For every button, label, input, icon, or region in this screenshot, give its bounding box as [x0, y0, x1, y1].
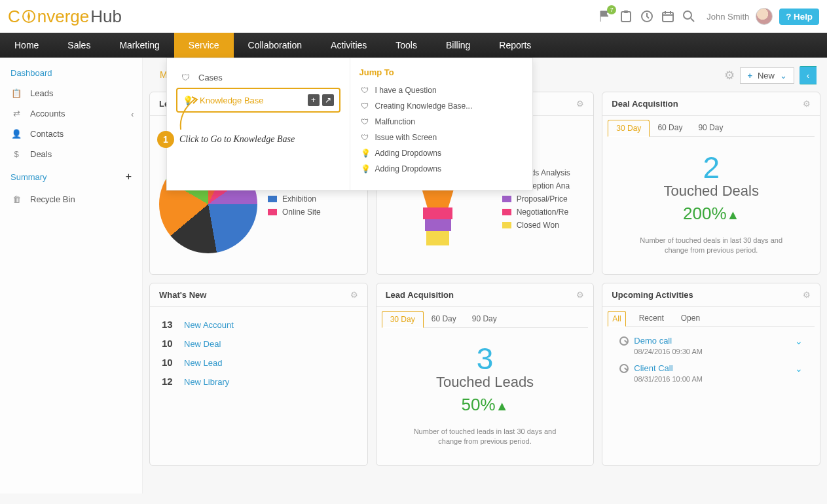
gear-icon[interactable]: ⚙: [350, 290, 358, 300]
sidebar-add-icon[interactable]: +: [126, 171, 132, 183]
page-gear-icon[interactable]: ⚙: [724, 68, 735, 82]
trash-icon: 🗑: [10, 194, 22, 204]
nav-home[interactable]: Home: [0, 33, 53, 58]
top-icons: 7 John Smith ? Help: [598, 8, 819, 25]
content-area: My ⚙ + New ⌄ ‹ 🛡 Cases 💡: [143, 58, 827, 494]
sidebar-item-recycle[interactable]: 🗑 Recycle Bin: [0, 189, 142, 209]
sidebar-item-deals[interactable]: $ Deals: [0, 144, 142, 164]
filter-all[interactable]: All: [608, 311, 625, 327]
nav-billing[interactable]: Billing: [432, 33, 485, 58]
jump-item[interactable]: 🛡Creating Knowledge Base...: [359, 98, 524, 114]
up-arrow-icon: ▲: [727, 207, 740, 222]
mega-item-cases[interactable]: 🛡 Cases: [176, 67, 340, 88]
card-title: Upcoming Activities: [612, 290, 693, 300]
sidebar-item-label: Leads: [30, 88, 53, 98]
svg-rect-1: [621, 12, 631, 22]
service-mega-dropdown: 🛡 Cases 💡 Knowledge Base + ↗ Jump To 🛡: [166, 58, 533, 190]
activity-name[interactable]: Client Call: [619, 363, 672, 373]
logo[interactable]: C nverge Hub: [8, 7, 122, 27]
upcoming-filter-tabs: All Recent Open: [608, 311, 815, 327]
nav-activities[interactable]: Activities: [316, 33, 381, 58]
nav-service[interactable]: Service: [174, 33, 234, 58]
legend-item: Negotiation/Re: [502, 207, 570, 217]
gear-icon[interactable]: ⚙: [803, 290, 811, 300]
open-kb-icon[interactable]: ↗: [322, 94, 334, 106]
help-button[interactable]: ? Help: [779, 9, 819, 25]
swatch: [268, 209, 277, 215]
sidebar-item-label: Deals: [30, 149, 52, 159]
swatch: [502, 222, 511, 228]
sidebar: Dashboard ‹ 📋 Leads ⇄ Accounts 👤 Contact…: [0, 58, 143, 494]
tab-90day[interactable]: 90 Day: [690, 120, 731, 136]
legend-item: Online Site: [268, 207, 335, 217]
nav-tools[interactable]: Tools: [381, 33, 432, 58]
jump-item[interactable]: 🛡Malfunction: [359, 114, 524, 130]
filter-open[interactable]: Open: [677, 311, 704, 326]
new-label: New: [758, 71, 775, 81]
chevron-down-icon: ⌄: [780, 71, 787, 81]
whats-new-item: 10New Lead: [159, 353, 358, 372]
deal-big-number: 2: [612, 150, 811, 185]
sidebar-summary-label[interactable]: Summary: [10, 172, 47, 182]
jump-item[interactable]: 🛡Issue with Screen: [359, 130, 524, 145]
callout-text: Click to Go to Knowledge Base: [179, 134, 295, 145]
svg-rect-2: [624, 10, 628, 13]
clock-icon: [619, 364, 629, 373]
deal-acq-tabs: 30 Day 60 Day 90 Day: [608, 120, 815, 137]
card-title: Lead Acquisition: [386, 290, 454, 300]
calendar-icon[interactable]: [661, 9, 675, 24]
lead-acq-tabs: 30 Day 60 Day 90 Day: [382, 311, 589, 328]
deal-label: Touched Deals: [612, 183, 811, 200]
new-dropdown[interactable]: + New ⌄: [740, 67, 794, 84]
tab-30day[interactable]: 30 Day: [608, 120, 650, 137]
leads-icon: 📋: [10, 88, 22, 98]
avatar[interactable]: [756, 8, 773, 25]
tab-30day[interactable]: 30 Day: [382, 311, 424, 328]
gear-icon[interactable]: ⚙: [576, 290, 584, 300]
user-name[interactable]: John Smith: [707, 12, 749, 22]
legend-item: Proposal/Price: [502, 194, 570, 204]
nav-collaboration[interactable]: Collaboration: [234, 33, 317, 58]
activity-datetime: 08/24/2016 09:30 AM: [634, 348, 803, 355]
chevron-down-icon[interactable]: ⌄: [795, 336, 803, 346]
lead-label: Touched Leads: [386, 374, 585, 391]
cards-row-2: What's New⚙ 13New Account 10New Deal 10N…: [149, 283, 820, 466]
jump-item[interactable]: 💡Adding Dropdowns: [359, 161, 524, 177]
clock-icon[interactable]: [640, 9, 654, 24]
tab-60day[interactable]: 60 Day: [424, 311, 464, 327]
mega-right-col: Jump To 🛡I have a Question 🛡Creating Kno…: [350, 58, 533, 190]
sidebar-dashboard[interactable]: Dashboard: [0, 63, 142, 83]
sidebar-collapse-icon[interactable]: ‹: [131, 109, 134, 119]
shield-icon: 🛡: [361, 86, 369, 95]
chevron-down-icon[interactable]: ⌄: [795, 363, 803, 374]
tab-60day[interactable]: 60 Day: [650, 120, 690, 136]
main-nav: Home Sales Marketing Service Collaborati…: [0, 33, 827, 58]
nav-sales[interactable]: Sales: [53, 33, 105, 58]
nav-marketing[interactable]: Marketing: [105, 33, 174, 58]
mega-cases-label: Cases: [198, 73, 223, 82]
deal-subtext: Number of touched deals in last 30 days …: [631, 236, 791, 256]
lead-percent: 50%: [462, 395, 496, 414]
filter-recent[interactable]: Recent: [635, 311, 668, 326]
accounts-icon: ⇄: [10, 109, 22, 118]
add-kb-icon[interactable]: +: [308, 94, 320, 106]
activity-datetime: 08/31/2016 10:00 AM: [634, 375, 803, 383]
tab-90day[interactable]: 90 Day: [464, 311, 505, 327]
nav-reports[interactable]: Reports: [485, 33, 545, 58]
flag-icon[interactable]: 7: [598, 9, 612, 24]
gear-icon[interactable]: ⚙: [803, 99, 811, 109]
clipboard-icon[interactable]: [619, 9, 633, 24]
up-arrow-icon: ▲: [496, 399, 509, 413]
sidebar-item-label: Recycle Bin: [30, 194, 75, 204]
gear-icon[interactable]: ⚙: [576, 99, 584, 109]
jump-item[interactable]: 💡Adding Dropdowns: [359, 145, 524, 161]
collapse-right-icon[interactable]: ‹: [799, 66, 817, 84]
activity-name[interactable]: Demo call: [619, 336, 672, 346]
bulb-icon: 💡: [361, 149, 369, 158]
sidebar-item-accounts[interactable]: ⇄ Accounts: [0, 103, 142, 124]
search-icon[interactable]: [682, 9, 696, 24]
jump-item[interactable]: 🛡I have a Question: [359, 82, 524, 98]
shield-icon: 🛡: [361, 133, 369, 142]
sidebar-item-leads[interactable]: 📋 Leads: [0, 83, 142, 103]
sidebar-item-contacts[interactable]: 👤 Contacts: [0, 124, 142, 144]
